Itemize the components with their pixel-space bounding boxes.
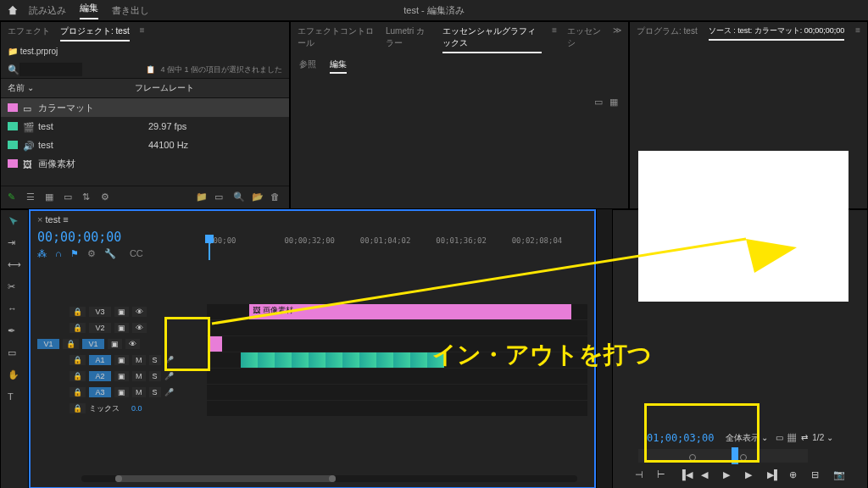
eye-icon[interactable]: 👁 — [132, 323, 147, 333]
type-tool-icon[interactable]: T — [8, 391, 21, 405]
insert-icon[interactable]: ⊕ — [789, 469, 801, 481]
clip[interactable]: 🖼 画像素材 — [249, 304, 571, 319]
toggle-output-icon[interactable]: ▣ — [114, 355, 129, 365]
eye-icon[interactable]: 👁 — [125, 339, 140, 349]
track-label[interactable]: A2 — [89, 371, 111, 381]
lock-icon[interactable]: 🔒 — [70, 355, 86, 365]
track-label[interactable]: A3 — [89, 387, 111, 397]
step-forward-icon[interactable]: ▶ — [745, 469, 757, 481]
lock-icon[interactable]: 🔒 — [70, 403, 86, 413]
mic-icon[interactable]: 🎤 — [164, 388, 174, 396]
ripple-tool-icon[interactable]: ⟷ — [8, 259, 21, 273]
grid-icon[interactable]: ▦ — [787, 433, 796, 442]
tab-import[interactable]: 読み込み — [29, 4, 66, 17]
mic-icon[interactable]: 🎤 — [164, 372, 174, 380]
solo-button[interactable]: S — [149, 387, 161, 397]
overflow-icon[interactable]: ≫ — [613, 25, 621, 53]
program-scrubber[interactable] — [638, 449, 808, 463]
icon-view-icon[interactable]: ▦ — [45, 191, 57, 203]
out-marker[interactable] — [740, 454, 747, 461]
timeline-zoom-scrollbar[interactable] — [81, 475, 577, 482]
mic-icon[interactable]: 🎤 — [164, 356, 174, 364]
freeform-icon[interactable]: ▭ — [64, 191, 75, 203]
marker-icon[interactable]: ⚑ — [70, 248, 79, 259]
toggle-output-icon[interactable]: ▣ — [114, 387, 129, 397]
track-area[interactable] — [207, 352, 587, 368]
column-framerate[interactable]: フレームレート — [135, 82, 194, 94]
wrench-icon[interactable]: 🔧 — [104, 248, 116, 259]
slip-tool-icon[interactable]: ↔ — [8, 303, 21, 317]
scrollbar-thumb[interactable] — [115, 475, 336, 482]
clip[interactable] — [210, 336, 222, 352]
clip[interactable] — [241, 352, 444, 368]
search-bin-icon[interactable]: 🔍 — [233, 191, 245, 203]
toggle-output-icon[interactable]: ▣ — [114, 371, 129, 381]
eye-icon[interactable]: 👁 — [132, 307, 147, 317]
new-bin-icon[interactable]: 📁 — [196, 191, 208, 203]
panel-menu-icon[interactable]: ≡ — [552, 25, 557, 53]
snap-icon[interactable]: ⁂ — [37, 248, 47, 259]
home-icon[interactable] — [7, 4, 19, 16]
toggle-output-icon[interactable]: ▣ — [114, 307, 129, 317]
mute-button[interactable]: M — [132, 355, 146, 365]
subtab-browse[interactable]: 参照 — [299, 58, 316, 74]
tab-effects[interactable]: エフェクト — [8, 25, 50, 42]
list-view-icon[interactable]: ☰ — [26, 191, 38, 203]
project-item[interactable]: 🖼 画像素材 — [1, 154, 289, 173]
lock-icon[interactable]: 🔒 — [70, 307, 86, 317]
tab-effect-controls[interactable]: エフェクトコントロール — [298, 25, 376, 53]
panel-menu-icon[interactable]: ≡ — [855, 25, 860, 41]
solo-button[interactable]: S — [149, 355, 161, 365]
layer-icon[interactable]: ▭ — [594, 97, 603, 108]
go-out-icon[interactable]: ▶▌ — [767, 469, 779, 481]
new-item-icon[interactable]: ▭ — [214, 191, 226, 203]
resolution-select[interactable]: 1/2 — [812, 433, 824, 442]
export-frame-icon[interactable]: 📷 — [833, 469, 845, 481]
playhead[interactable] — [209, 235, 210, 260]
step-back-icon[interactable]: ◀ — [701, 469, 713, 481]
tab-project[interactable]: プロジェクト: test — [60, 25, 130, 42]
lock-icon[interactable]: 🔒 — [63, 339, 79, 349]
compare-icon[interactable]: ⇄ — [801, 433, 808, 442]
trash-icon[interactable]: 🗑 — [270, 191, 282, 203]
source-patch[interactable]: V1 — [37, 339, 59, 349]
tab-source[interactable]: ソース : test: カラーマット: 00;00;00;00 — [709, 25, 845, 41]
program-preview[interactable] — [638, 151, 849, 302]
mark-in-icon[interactable]: ⊣ — [635, 469, 647, 481]
tab-essential-graphics[interactable]: エッセンシャルグラフィックス — [442, 25, 542, 53]
align-icon[interactable]: ▦ — [609, 97, 618, 108]
mute-button[interactable]: M — [132, 387, 146, 397]
new-folder-icon[interactable]: 📂 — [252, 191, 264, 203]
link-icon[interactable]: ∩ — [55, 248, 62, 259]
track-area[interactable]: 🖼 画像素材 — [207, 304, 587, 319]
search-icon[interactable]: 🔍 — [8, 64, 19, 75]
toggle-output-icon[interactable]: ▣ — [108, 339, 122, 349]
hand-tool-icon[interactable]: ✋ — [8, 369, 21, 383]
track-area[interactable] — [207, 336, 587, 352]
timeline-ruler[interactable]: ;00;00 00;00;32;00 00;01;04;02 00;01;36;… — [209, 236, 587, 253]
pencil-icon[interactable]: ✎ — [8, 191, 19, 203]
zoom-select[interactable]: 全体表示 — [726, 433, 760, 442]
tab-essential-sound[interactable]: エッセンシ — [567, 25, 603, 53]
track-label[interactable]: A1 — [89, 355, 111, 365]
cc-icon[interactable]: CC — [130, 248, 143, 259]
project-item[interactable]: ▭ カラーマット — [1, 98, 289, 117]
auto-icon[interactable]: ⚙ — [101, 191, 113, 203]
subtab-edit[interactable]: 編集 — [330, 58, 347, 74]
mark-out-icon[interactable]: ⊢ — [657, 469, 669, 481]
in-marker[interactable] — [689, 454, 696, 461]
track-label[interactable]: V3 — [89, 307, 111, 317]
track-select-tool-icon[interactable]: ⇥ — [8, 237, 21, 251]
sort-icon[interactable]: ⇅ — [82, 191, 94, 203]
tab-program[interactable]: プログラム: test — [637, 25, 698, 41]
toggle-output-icon[interactable]: ▣ — [114, 323, 129, 333]
tab-export[interactable]: 書き出し — [112, 4, 149, 17]
project-search-input[interactable] — [19, 63, 82, 76]
project-item[interactable]: 🔊 test 44100 Hz — [1, 136, 289, 154]
setting-icon[interactable]: ▭ — [776, 433, 783, 442]
selection-tool-icon[interactable] — [8, 215, 21, 229]
column-name[interactable]: 名前 ⌄ — [8, 82, 135, 94]
track-area[interactable] — [207, 369, 587, 384]
program-playhead[interactable] — [732, 447, 738, 464]
settings-icon[interactable]: ⚙ — [87, 248, 96, 259]
